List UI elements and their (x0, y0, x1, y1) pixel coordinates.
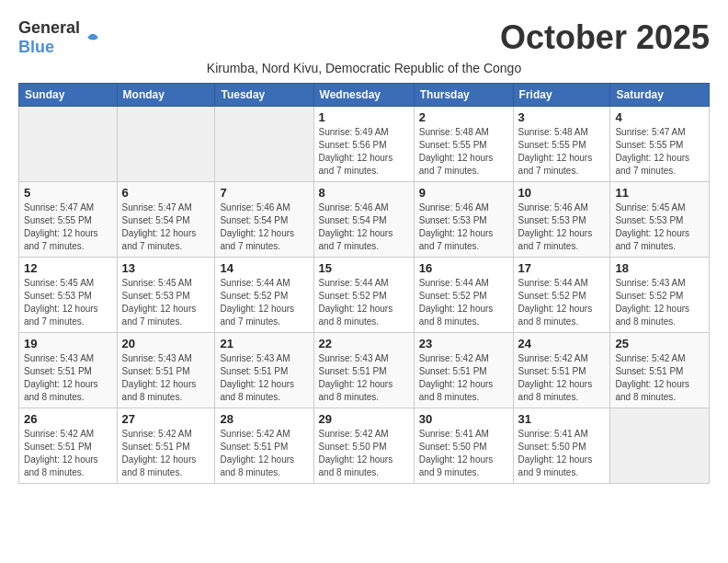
day-info: Sunrise: 5:45 AM Sunset: 5:53 PM Dayligh… (122, 277, 210, 328)
day-cell: 27Sunrise: 5:42 AM Sunset: 5:51 PM Dayli… (117, 408, 215, 484)
day-cell: 6Sunrise: 5:47 AM Sunset: 5:54 PM Daylig… (117, 182, 215, 258)
day-cell (610, 408, 710, 484)
day-info: Sunrise: 5:42 AM Sunset: 5:50 PM Dayligh… (319, 428, 409, 479)
day-number: 9 (419, 186, 508, 200)
day-info: Sunrise: 5:43 AM Sunset: 5:51 PM Dayligh… (220, 352, 308, 404)
day-cell: 7Sunrise: 5:46 AM Sunset: 5:54 PM Daylig… (215, 182, 313, 258)
weekday-header-tuesday: Tuesday (215, 84, 313, 107)
day-cell: 17Sunrise: 5:44 AM Sunset: 5:52 PM Dayli… (513, 258, 610, 333)
day-number: 4 (615, 110, 704, 124)
day-number: 18 (615, 261, 704, 275)
day-number: 15 (319, 261, 409, 275)
day-cell: 18Sunrise: 5:43 AM Sunset: 5:52 PM Dayli… (610, 258, 710, 333)
day-info: Sunrise: 5:42 AM Sunset: 5:51 PM Dayligh… (615, 352, 704, 404)
day-cell (215, 107, 313, 182)
day-number: 16 (419, 261, 508, 275)
day-number: 8 (319, 186, 409, 200)
day-info: Sunrise: 5:45 AM Sunset: 5:53 PM Dayligh… (615, 201, 704, 253)
day-info: Sunrise: 5:46 AM Sunset: 5:54 PM Dayligh… (220, 201, 308, 253)
day-cell: 31Sunrise: 5:41 AM Sunset: 5:50 PM Dayli… (513, 408, 610, 484)
day-number: 23 (419, 337, 508, 350)
day-number: 20 (122, 337, 210, 350)
day-cell: 3Sunrise: 5:48 AM Sunset: 5:55 PM Daylig… (513, 107, 610, 182)
day-number: 28 (220, 412, 308, 426)
week-row-1: 1Sunrise: 5:49 AM Sunset: 5:56 PM Daylig… (19, 107, 710, 182)
day-number: 22 (319, 337, 409, 350)
day-cell: 2Sunrise: 5:48 AM Sunset: 5:55 PM Daylig… (414, 107, 513, 182)
weekday-header-wednesday: Wednesday (313, 84, 414, 107)
day-number: 21 (220, 337, 308, 350)
day-number: 14 (220, 261, 308, 275)
day-cell: 29Sunrise: 5:42 AM Sunset: 5:50 PM Dayli… (313, 408, 414, 484)
week-row-2: 5Sunrise: 5:47 AM Sunset: 5:55 PM Daylig… (19, 182, 710, 258)
day-cell: 1Sunrise: 5:49 AM Sunset: 5:56 PM Daylig… (313, 107, 414, 182)
day-info: Sunrise: 5:48 AM Sunset: 5:55 PM Dayligh… (419, 126, 508, 178)
day-cell: 9Sunrise: 5:46 AM Sunset: 5:53 PM Daylig… (414, 182, 513, 258)
day-cell: 11Sunrise: 5:45 AM Sunset: 5:53 PM Dayli… (610, 182, 710, 258)
day-number: 29 (319, 412, 409, 426)
day-cell: 13Sunrise: 5:45 AM Sunset: 5:53 PM Dayli… (117, 258, 215, 333)
day-number: 5 (24, 186, 112, 200)
day-info: Sunrise: 5:46 AM Sunset: 5:53 PM Dayligh… (518, 201, 606, 253)
day-number: 10 (518, 186, 606, 200)
day-cell: 21Sunrise: 5:43 AM Sunset: 5:51 PM Dayli… (215, 333, 313, 408)
day-number: 25 (615, 337, 704, 350)
day-info: Sunrise: 5:44 AM Sunset: 5:52 PM Dayligh… (419, 277, 508, 328)
day-number: 24 (518, 337, 606, 350)
day-cell: 28Sunrise: 5:42 AM Sunset: 5:51 PM Dayli… (215, 408, 313, 484)
day-info: Sunrise: 5:43 AM Sunset: 5:51 PM Dayligh… (122, 352, 210, 404)
day-number: 3 (518, 110, 606, 124)
logo-text: General Blue (18, 18, 80, 57)
day-info: Sunrise: 5:42 AM Sunset: 5:51 PM Dayligh… (518, 352, 606, 404)
day-info: Sunrise: 5:43 AM Sunset: 5:52 PM Dayligh… (615, 277, 704, 328)
day-cell: 30Sunrise: 5:41 AM Sunset: 5:50 PM Dayli… (414, 408, 513, 484)
day-info: Sunrise: 5:42 AM Sunset: 5:51 PM Dayligh… (122, 428, 210, 479)
weekday-header-saturday: Saturday (610, 84, 710, 107)
calendar-table: SundayMondayTuesdayWednesdayThursdayFrid… (18, 83, 710, 484)
day-info: Sunrise: 5:44 AM Sunset: 5:52 PM Dayligh… (518, 277, 606, 328)
day-cell: 14Sunrise: 5:44 AM Sunset: 5:52 PM Dayli… (215, 258, 313, 333)
day-number: 11 (615, 186, 704, 200)
day-cell: 16Sunrise: 5:44 AM Sunset: 5:52 PM Dayli… (414, 258, 513, 333)
day-number: 13 (122, 261, 210, 275)
day-info: Sunrise: 5:44 AM Sunset: 5:52 PM Dayligh… (220, 277, 308, 328)
month-title: October 2025 (500, 18, 710, 57)
logo-general: General (18, 18, 80, 37)
day-number: 2 (419, 110, 508, 124)
day-cell: 23Sunrise: 5:42 AM Sunset: 5:51 PM Dayli… (414, 333, 513, 408)
weekday-header-monday: Monday (117, 84, 215, 107)
day-cell: 19Sunrise: 5:43 AM Sunset: 5:51 PM Dayli… (19, 333, 118, 408)
day-number: 1 (319, 110, 409, 124)
weekday-header-row: SundayMondayTuesdayWednesdayThursdayFrid… (19, 84, 710, 107)
day-info: Sunrise: 5:49 AM Sunset: 5:56 PM Dayligh… (319, 126, 409, 178)
day-number: 27 (122, 412, 210, 426)
weekday-header-sunday: Sunday (19, 84, 118, 107)
day-info: Sunrise: 5:48 AM Sunset: 5:55 PM Dayligh… (518, 126, 606, 178)
day-number: 19 (24, 337, 112, 350)
day-cell: 5Sunrise: 5:47 AM Sunset: 5:55 PM Daylig… (19, 182, 118, 258)
day-number: 17 (518, 261, 606, 275)
day-number: 26 (24, 412, 112, 426)
logo-blue: Blue (18, 38, 54, 56)
day-info: Sunrise: 5:42 AM Sunset: 5:51 PM Dayligh… (24, 428, 112, 479)
day-info: Sunrise: 5:44 AM Sunset: 5:52 PM Dayligh… (319, 277, 409, 328)
day-info: Sunrise: 5:47 AM Sunset: 5:55 PM Dayligh… (615, 126, 704, 178)
day-cell: 25Sunrise: 5:42 AM Sunset: 5:51 PM Dayli… (610, 333, 710, 408)
day-info: Sunrise: 5:46 AM Sunset: 5:53 PM Dayligh… (419, 201, 508, 253)
weekday-header-friday: Friday (513, 84, 610, 107)
day-cell: 8Sunrise: 5:46 AM Sunset: 5:54 PM Daylig… (313, 182, 414, 258)
day-info: Sunrise: 5:46 AM Sunset: 5:54 PM Dayligh… (319, 201, 409, 253)
day-cell: 12Sunrise: 5:45 AM Sunset: 5:53 PM Dayli… (19, 258, 118, 333)
day-info: Sunrise: 5:42 AM Sunset: 5:51 PM Dayligh… (419, 352, 508, 404)
day-cell: 10Sunrise: 5:46 AM Sunset: 5:53 PM Dayli… (513, 182, 610, 258)
day-cell: 4Sunrise: 5:47 AM Sunset: 5:55 PM Daylig… (610, 107, 710, 182)
logo: General Blue (18, 18, 102, 57)
day-cell: 22Sunrise: 5:43 AM Sunset: 5:51 PM Dayli… (313, 333, 414, 408)
weekday-header-thursday: Thursday (414, 84, 513, 107)
day-info: Sunrise: 5:41 AM Sunset: 5:50 PM Dayligh… (518, 428, 606, 479)
day-cell (117, 107, 215, 182)
day-cell: 15Sunrise: 5:44 AM Sunset: 5:52 PM Dayli… (313, 258, 414, 333)
week-row-3: 12Sunrise: 5:45 AM Sunset: 5:53 PM Dayli… (19, 258, 710, 333)
week-row-4: 19Sunrise: 5:43 AM Sunset: 5:51 PM Dayli… (19, 333, 710, 408)
day-info: Sunrise: 5:42 AM Sunset: 5:51 PM Dayligh… (220, 428, 308, 479)
